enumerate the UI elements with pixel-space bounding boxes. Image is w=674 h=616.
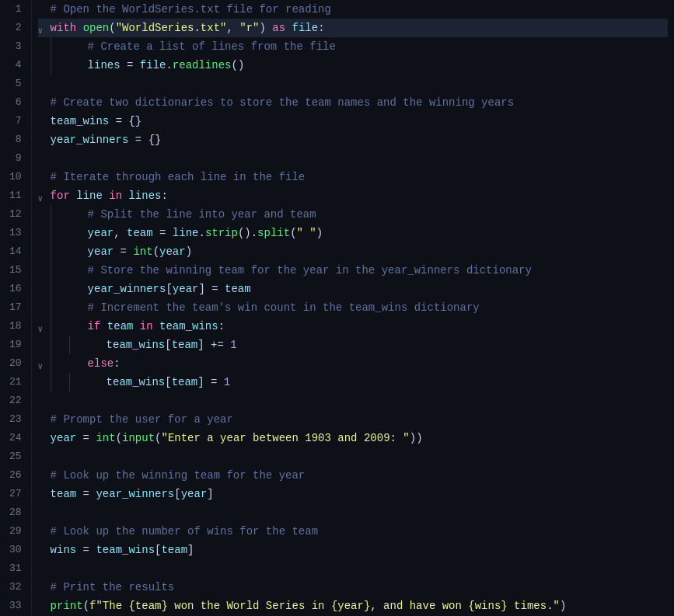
line-number-20: 20 xyxy=(9,354,22,373)
code-line-32: # Print the results xyxy=(38,578,668,597)
token-var: lines xyxy=(128,186,161,205)
token-punc: : xyxy=(161,186,167,205)
line-number-18: 18 xyxy=(9,317,22,336)
token-var: year_winners xyxy=(51,131,129,149)
code-line-22 xyxy=(38,392,668,410)
token-plain: = xyxy=(76,485,96,503)
token-fn: int xyxy=(96,429,115,447)
token-var: line xyxy=(173,224,199,242)
token-punc: ( xyxy=(153,242,159,261)
token-plain xyxy=(70,186,76,205)
token-plain: = xyxy=(76,541,96,559)
line-number-4: 4 xyxy=(9,56,22,75)
token-punc: ( xyxy=(109,19,115,37)
code-line-18: ∨if team in team_wins: xyxy=(38,317,668,336)
line-number-2: 2 xyxy=(9,19,22,37)
token-plain: = xyxy=(153,224,173,242)
code-line-14: year = int(year) xyxy=(38,242,668,261)
token-fn: input xyxy=(122,429,155,447)
token-fn: strip xyxy=(205,224,238,242)
token-punc: [ xyxy=(174,485,180,503)
token-kw: if xyxy=(88,317,101,336)
line-number-5: 5 xyxy=(9,75,22,93)
line-number-3: 3 xyxy=(9,37,22,56)
token-var: team xyxy=(107,317,134,336)
token-punc: {} xyxy=(128,112,141,131)
line-number-1: 1 xyxy=(9,0,22,19)
token-kw: in xyxy=(109,186,122,205)
line-number-27: 27 xyxy=(9,485,22,503)
token-var: team_wins xyxy=(159,317,218,336)
token-punc: ) xyxy=(560,597,566,615)
code-line-8: year_winners = {} xyxy=(38,131,668,149)
line-number-22: 22 xyxy=(9,392,22,410)
token-var: team xyxy=(161,541,187,559)
code-line-12: # Split the line into year and team xyxy=(38,205,668,224)
token-var: team xyxy=(172,336,198,354)
code-line-15: # Store the winning team for the year in… xyxy=(38,261,668,280)
token-punc: ] += xyxy=(197,336,230,354)
line-number-29: 29 xyxy=(9,522,22,541)
code-line-31 xyxy=(38,559,668,578)
code-line-24: year = int(input("Enter a year between 1… xyxy=(38,429,668,447)
line-number-30: 30 xyxy=(9,541,22,559)
token-var: team_wins xyxy=(107,373,166,392)
collapse-icon[interactable]: ∨ xyxy=(38,22,51,34)
collapse-icon[interactable]: ∨ xyxy=(38,357,51,370)
token-punc: {} xyxy=(148,131,162,149)
line-number-6: 6 xyxy=(9,93,22,112)
line-number-33: 33 xyxy=(9,597,22,615)
collapse-icon[interactable]: ∨ xyxy=(38,320,51,332)
code-line-23: # Prompt the user for a year xyxy=(38,410,668,429)
line-number-9: 9 xyxy=(9,149,22,168)
line-number-8: 8 xyxy=(9,131,22,149)
token-plain xyxy=(76,19,82,37)
token-punc: , xyxy=(226,19,239,37)
token-kw: with xyxy=(51,19,77,37)
token-plain: = xyxy=(109,112,128,131)
code-line-17: # Increment the team's win count in the … xyxy=(38,298,668,317)
code-line-26: # Look up the winning team for the year xyxy=(38,466,668,485)
token-var: wins xyxy=(51,541,77,559)
token-plain: = xyxy=(120,56,140,75)
token-str: " " xyxy=(297,224,316,242)
token-punc: ( xyxy=(83,597,89,615)
token-punc: , xyxy=(113,224,127,242)
line-numbers: 1234567891011121314151617181920212223242… xyxy=(0,0,32,616)
token-fn: print xyxy=(51,597,83,615)
token-str: "Enter a year between 1903 and 2009: " xyxy=(161,429,409,447)
token-var: year xyxy=(88,242,114,261)
token-var: year_winners xyxy=(88,280,166,298)
token-comment: # Increment the team's win count in the … xyxy=(88,298,480,317)
token-kw: as xyxy=(272,19,285,37)
token-punc: [ xyxy=(166,280,172,298)
code-line-4: lines = file.readlines() xyxy=(38,56,668,75)
token-str: "r" xyxy=(239,19,259,37)
token-punc: : xyxy=(113,354,120,373)
token-punc: )) xyxy=(410,429,423,447)
code-line-13: year, team = line.strip().split(" ") xyxy=(38,224,668,242)
line-number-19: 19 xyxy=(9,336,22,354)
token-str: f"The {team} won the World Series in {ye… xyxy=(89,597,560,615)
line-number-10: 10 xyxy=(9,168,22,186)
token-plain xyxy=(153,317,159,336)
code-line-2: ∨with open("WorldSeries.txt", "r") as fi… xyxy=(38,19,668,37)
token-num: 1 xyxy=(230,336,236,354)
token-punc: [ xyxy=(155,541,161,559)
token-punc: ) xyxy=(316,224,323,242)
token-comment: # Look up the number of wins for the tea… xyxy=(51,522,318,541)
token-fn: split xyxy=(257,224,290,242)
line-number-26: 26 xyxy=(9,466,22,485)
line-number-28: 28 xyxy=(9,503,22,522)
token-var: team_wins xyxy=(107,336,166,354)
token-plain xyxy=(122,186,128,205)
code-line-21: team_wins[team] = 1 xyxy=(38,373,668,392)
token-punc: () xyxy=(231,56,244,75)
token-var: team_wins xyxy=(96,541,155,559)
line-number-7: 7 xyxy=(9,112,22,131)
token-punc: . xyxy=(198,224,204,242)
collapse-icon[interactable]: ∨ xyxy=(38,190,51,202)
token-punc: : xyxy=(218,317,225,336)
code-line-29: # Look up the number of wins for the tea… xyxy=(38,522,668,541)
code-line-27: team = year_winners[year] xyxy=(38,485,668,503)
